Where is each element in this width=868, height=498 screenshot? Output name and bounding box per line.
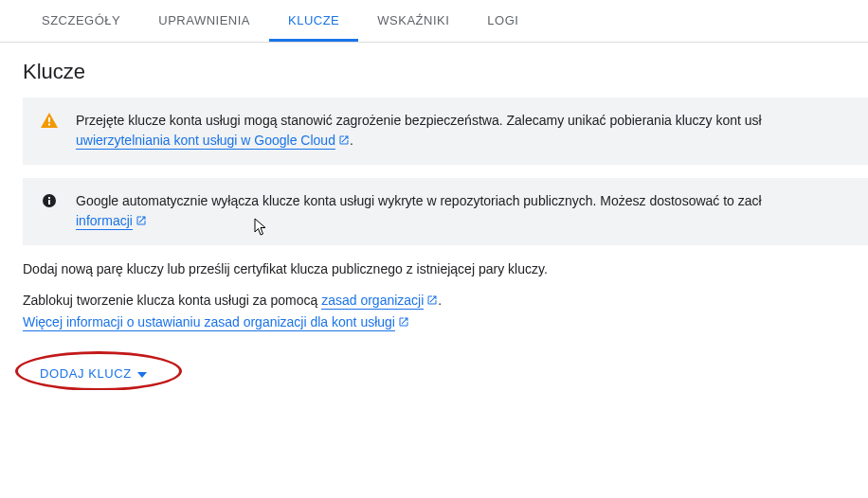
add-key-label: DODAJ KLUCZ <box>40 366 132 381</box>
block-policy-line: Zablokuj tworzenie klucza konta usługi z… <box>23 293 868 309</box>
tab-details[interactable]: SZCZEGÓŁY <box>23 0 139 42</box>
info-text: Google automatycznie wyłącza klucze kont… <box>76 193 762 208</box>
warning-icon <box>40 113 59 128</box>
period: . <box>438 293 442 308</box>
info-alert-body: Google automatycznie wyłącza klucze kont… <box>76 191 851 232</box>
tab-metrics[interactable]: WSKAŹNIKI <box>358 0 468 42</box>
external-link-icon <box>338 132 350 151</box>
info-alert: Google automatycznie wyłącza klucze kont… <box>23 178 868 245</box>
tabs-bar: SZCZEGÓŁY UPRAWNIENIA KLUCZE WSKAŹNIKI L… <box>0 0 868 43</box>
description-text: Dodaj nową parę kluczy lub prześlij cert… <box>23 258 591 279</box>
info-icon <box>40 193 59 208</box>
warning-text: Przejęte klucze konta usługi mogą stanow… <box>76 113 762 128</box>
add-key-wrapper: DODAJ KLUCZ Utwórz nowy klucz Data utwor… <box>23 357 164 390</box>
tab-permissions[interactable]: UPRAWNIENIA <box>139 0 269 42</box>
add-key-button[interactable]: DODAJ KLUCZ <box>23 357 164 390</box>
org-policy-link-text: zasad organizacji <box>321 293 424 308</box>
keys-table-header: Data utworzenia Data ważności <box>316 361 470 390</box>
warning-alert-body: Przejęte klucze konta usługi mogą stanow… <box>76 111 851 151</box>
chevron-down-icon <box>137 366 147 381</box>
more-info-link-text: Więcej informacji o ustawianiu zasad org… <box>23 314 395 329</box>
page-title: Klucze <box>23 60 868 84</box>
svg-rect-3 <box>48 200 50 205</box>
tab-keys[interactable]: KLUCZE <box>269 0 358 42</box>
warning-link[interactable]: uwierzytelniania kont usługi w Google Cl… <box>76 133 335 150</box>
svg-rect-4 <box>48 197 50 199</box>
external-link-icon <box>398 315 409 330</box>
external-link-icon <box>426 293 438 309</box>
svg-rect-0 <box>48 117 50 122</box>
more-info-line: Więcej informacji o ustawianiu zasad org… <box>23 314 868 330</box>
period: . <box>350 133 353 148</box>
external-link-icon <box>136 212 147 232</box>
info-link[interactable]: informacji <box>76 213 133 230</box>
warning-link-text: uwierzytelniania kont usługi w Google Cl… <box>76 133 335 148</box>
org-policy-link[interactable]: zasad organizacji <box>321 293 424 310</box>
warning-alert: Przejęte klucze konta usługi mogą stanow… <box>23 98 868 165</box>
content-area: Klucze Przejęte klucze konta usługi mogą… <box>0 43 868 390</box>
tab-logs[interactable]: LOGI <box>468 0 537 42</box>
info-link-text: informacji <box>76 213 133 228</box>
svg-rect-1 <box>48 124 50 126</box>
block-policy-text: Zablokuj tworzenie klucza konta usługi z… <box>23 293 321 308</box>
more-info-link[interactable]: Więcej informacji o ustawianiu zasad org… <box>23 314 395 331</box>
